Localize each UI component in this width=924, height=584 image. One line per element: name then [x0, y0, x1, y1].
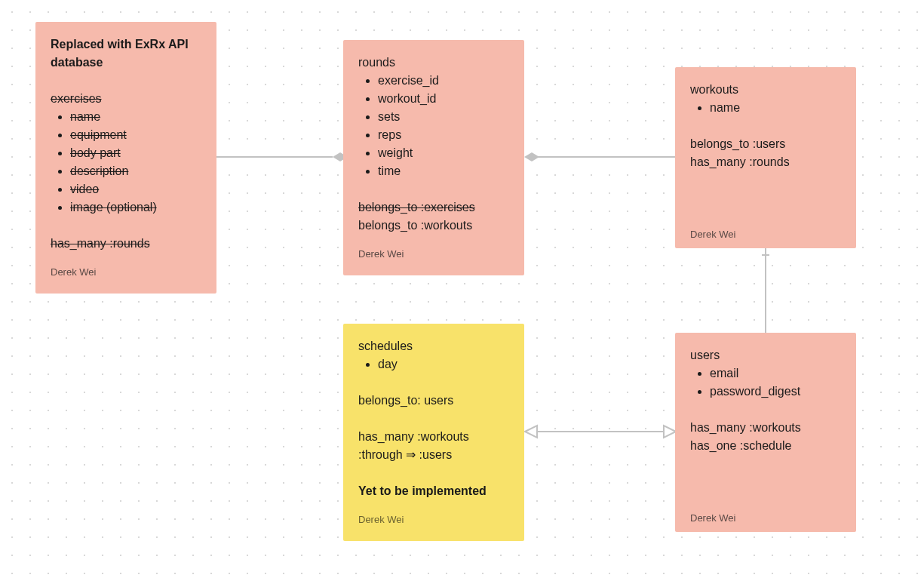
field-item: password_digest [710, 383, 841, 401]
field-item: sets [378, 108, 509, 126]
card-rounds[interactable]: rounds exercise_id workout_id sets reps … [343, 40, 524, 275]
field-item: exercise_id [378, 72, 509, 90]
card-author: Derek Wei [51, 263, 201, 281]
card-author: Derek Wei [690, 509, 841, 527]
field-list: name equipment body part description vid… [57, 108, 201, 217]
svg-marker-7 [525, 426, 537, 438]
field-list: name [696, 99, 841, 117]
field-item: body part [70, 146, 121, 159]
relation: belongs_to :users [690, 135, 841, 153]
relation: belongs_to :workouts [358, 217, 509, 235]
card-workouts[interactable]: workouts name belongs_to :users has_many… [675, 67, 856, 248]
relation: has_many :rounds [690, 153, 841, 171]
card-author: Derek Wei [358, 511, 509, 529]
model-name: rounds [358, 54, 509, 72]
field-list: exercise_id workout_id sets reps weight … [364, 72, 509, 180]
card-author: Derek Wei [358, 245, 509, 263]
field-item: video [70, 183, 99, 195]
card-title: Replaced with ExRx API database [51, 35, 201, 72]
field-list: email password_digest [696, 364, 841, 401]
field-item: name [710, 99, 841, 117]
field-item: description [70, 164, 128, 177]
model-name: exercises [51, 92, 102, 105]
field-item: workout_id [378, 90, 509, 108]
relation: belongs_to: users [358, 392, 509, 410]
field-item: email [710, 364, 841, 383]
card-author: Derek Wei [690, 226, 841, 244]
card-exercises[interactable]: Replaced with ExRx API database exercise… [35, 22, 216, 294]
svg-marker-3 [524, 152, 539, 161]
field-item: day [378, 355, 509, 373]
field-item: reps [378, 126, 509, 144]
relation: belongs_to :exercises [358, 201, 475, 214]
relation: has_many :workouts [358, 428, 509, 446]
relation: has_many :rounds [51, 237, 150, 250]
model-name: workouts [690, 81, 841, 99]
card-users[interactable]: users email password_digest has_many :wo… [675, 333, 856, 532]
card-schedules[interactable]: schedules day belongs_to: users has_many… [343, 324, 524, 541]
field-item: equipment [70, 128, 127, 141]
relation: has_one :schedule [690, 437, 841, 455]
field-item: name [70, 110, 100, 123]
relation: has_many :workouts [690, 419, 841, 437]
relation: :through ⇒ :users [358, 446, 509, 464]
field-item: time [378, 162, 509, 180]
svg-marker-8 [664, 426, 676, 438]
model-name: schedules [358, 337, 509, 355]
diagram-canvas[interactable]: Replaced with ExRx API database exercise… [0, 0, 924, 584]
model-name: users [690, 346, 841, 364]
card-note: Yet to be implemented [358, 482, 509, 500]
field-list: day [364, 355, 509, 373]
field-item: weight [378, 144, 509, 162]
field-item: image (optional) [70, 201, 157, 214]
